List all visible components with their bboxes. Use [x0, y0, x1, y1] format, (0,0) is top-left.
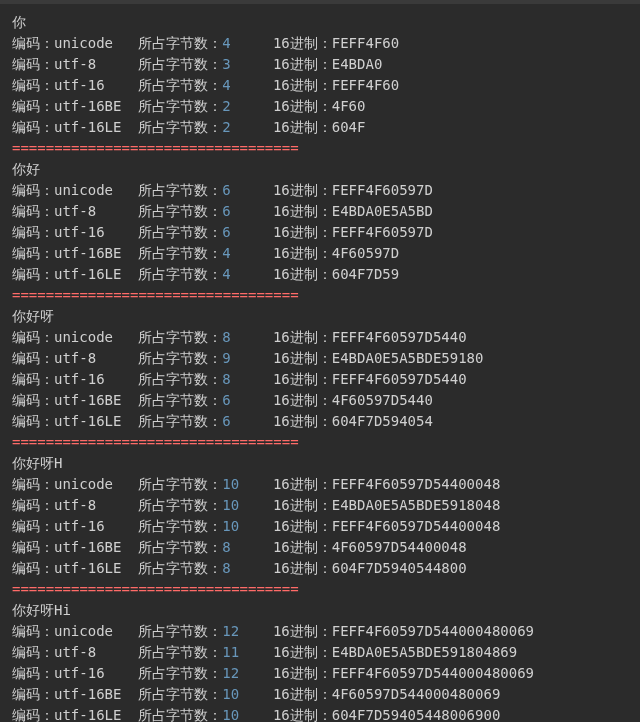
bytes-value: 3: [222, 56, 247, 72]
encoding-label: 编码：utf-16: [12, 371, 138, 387]
encoding-row: 编码：utf-16 所占字节数：10 16进制：FEFF4F60597D5440…: [12, 516, 628, 537]
bytes-value: 4: [222, 245, 247, 261]
hex-label: 16进制：: [273, 497, 332, 513]
encoding-label: 编码：unicode: [12, 623, 138, 639]
hex-label: 16进制：: [273, 35, 332, 51]
encoding-label: 编码：utf-8: [12, 203, 138, 219]
block-title: 你: [12, 12, 628, 33]
encoding-row: 编码：utf-16 所占字节数：12 16进制：FEFF4F60597D5440…: [12, 663, 628, 684]
hex-label: 16进制：: [273, 119, 332, 135]
encoding-row: 编码：unicode 所占字节数：8 16进制：FEFF4F60597D5440: [12, 327, 628, 348]
bytes-label: 所占字节数：: [138, 266, 222, 282]
hex-label: 16进制：: [273, 539, 332, 555]
encoding-block: 你编码：unicode 所占字节数：4 16进制：FEFF4F60编码：utf-…: [12, 12, 628, 159]
bytes-value: 4: [222, 266, 247, 282]
bytes-value: 4: [222, 77, 247, 93]
bytes-value: 6: [222, 413, 247, 429]
hex-value: 604F7D594054: [332, 413, 433, 429]
bytes-value: 12: [222, 623, 247, 639]
bytes-label: 所占字节数：: [138, 350, 222, 366]
bytes-label: 所占字节数：: [138, 539, 222, 555]
encoding-label: 编码：utf-16BE: [12, 686, 138, 702]
hex-value: E4BDA0E5A5BDE5918048: [332, 497, 501, 513]
encoding-row: 编码：utf-16LE 所占字节数：10 16进制：604F7D59405448…: [12, 705, 628, 722]
encoding-row: 编码：utf-8 所占字节数：3 16进制：E4BDA0: [12, 54, 628, 75]
encoding-row: 编码：utf-16BE 所占字节数：10 16进制：4F60597D544000…: [12, 684, 628, 705]
bytes-label: 所占字节数：: [138, 560, 222, 576]
separator-line: ==================================: [12, 138, 628, 159]
encoding-label: 编码：utf-16: [12, 665, 138, 681]
encoding-row: 编码：utf-16LE 所占字节数：4 16进制：604F7D59: [12, 264, 628, 285]
bytes-value: 9: [222, 350, 247, 366]
encoding-label: 编码：utf-8: [12, 56, 138, 72]
encoding-row: 编码：utf-16 所占字节数：4 16进制：FEFF4F60: [12, 75, 628, 96]
encoding-label: 编码：utf-16BE: [12, 539, 138, 555]
bytes-label: 所占字节数：: [138, 98, 222, 114]
bytes-label: 所占字节数：: [138, 119, 222, 135]
encoding-row: 编码：unicode 所占字节数：10 16进制：FEFF4F60597D544…: [12, 474, 628, 495]
bytes-value: 10: [222, 497, 247, 513]
bytes-label: 所占字节数：: [138, 56, 222, 72]
encoding-row: 编码：utf-16BE 所占字节数：6 16进制：4F60597D5440: [12, 390, 628, 411]
bytes-value: 8: [222, 539, 247, 555]
hex-label: 16进制：: [273, 476, 332, 492]
bytes-value: 6: [222, 182, 247, 198]
hex-value: E4BDA0E5A5BDE59180: [332, 350, 484, 366]
hex-label: 16进制：: [273, 392, 332, 408]
hex-value: 604F7D5940544800: [332, 560, 467, 576]
encoding-block: 你好呀Hi编码：unicode 所占字节数：12 16进制：FEFF4F6059…: [12, 600, 628, 722]
hex-label: 16进制：: [273, 623, 332, 639]
encoding-label: 编码：utf-16BE: [12, 392, 138, 408]
hex-value: FEFF4F60: [332, 35, 399, 51]
encoding-label: 编码：unicode: [12, 35, 138, 51]
hex-value: FEFF4F60597D: [332, 224, 433, 240]
terminal-output: 你编码：unicode 所占字节数：4 16进制：FEFF4F60编码：utf-…: [12, 12, 628, 722]
hex-label: 16进制：: [273, 350, 332, 366]
encoding-row: 编码：utf-8 所占字节数：6 16进制：E4BDA0E5A5BD: [12, 201, 628, 222]
bytes-label: 所占字节数：: [138, 413, 222, 429]
bytes-value: 4: [222, 35, 247, 51]
separator-line: ==================================: [12, 285, 628, 306]
bytes-value: 8: [222, 560, 247, 576]
encoding-label: 编码：utf-16BE: [12, 245, 138, 261]
hex-value: FEFF4F60597D544000480069: [332, 665, 534, 681]
hex-label: 16进制：: [273, 245, 332, 261]
hex-label: 16进制：: [273, 371, 332, 387]
hex-value: 4F60597D: [332, 245, 399, 261]
encoding-label: 编码：unicode: [12, 329, 138, 345]
encoding-label: 编码：utf-16: [12, 77, 138, 93]
encoding-row: 编码：utf-16BE 所占字节数：4 16进制：4F60597D: [12, 243, 628, 264]
bytes-label: 所占字节数：: [138, 686, 222, 702]
bytes-label: 所占字节数：: [138, 623, 222, 639]
hex-value: FEFF4F60597D5440: [332, 371, 467, 387]
encoding-row: 编码：utf-16LE 所占字节数：6 16进制：604F7D594054: [12, 411, 628, 432]
encoding-label: 编码：utf-16: [12, 518, 138, 534]
bytes-label: 所占字节数：: [138, 707, 222, 722]
hex-value: E4BDA0E5A5BD: [332, 203, 433, 219]
hex-value: 4F60597D5440: [332, 392, 433, 408]
bytes-value: 2: [222, 98, 247, 114]
encoding-row: 编码：utf-16BE 所占字节数：2 16进制：4F60: [12, 96, 628, 117]
separator-line: ==================================: [12, 579, 628, 600]
bytes-label: 所占字节数：: [138, 77, 222, 93]
hex-label: 16进制：: [273, 224, 332, 240]
hex-label: 16进制：: [273, 266, 332, 282]
hex-label: 16进制：: [273, 203, 332, 219]
encoding-label: 编码：unicode: [12, 476, 138, 492]
bytes-value: 2: [222, 119, 247, 135]
bytes-label: 所占字节数：: [138, 203, 222, 219]
encoding-label: 编码：unicode: [12, 182, 138, 198]
encoding-row: 编码：utf-16 所占字节数：6 16进制：FEFF4F60597D: [12, 222, 628, 243]
encoding-label: 编码：utf-8: [12, 644, 138, 660]
bytes-value: 6: [222, 224, 247, 240]
encoding-label: 编码：utf-16LE: [12, 707, 138, 722]
hex-value: FEFF4F60597D544000480069: [332, 623, 534, 639]
hex-value: FEFF4F60597D54400048: [332, 476, 501, 492]
bytes-value: 10: [222, 686, 247, 702]
bytes-label: 所占字节数：: [138, 35, 222, 51]
hex-value: FEFF4F60597D54400048: [332, 518, 501, 534]
block-title: 你好: [12, 159, 628, 180]
hex-value: E4BDA0E5A5BDE591804869: [332, 644, 517, 660]
encoding-label: 编码：utf-16LE: [12, 266, 138, 282]
bytes-value: 11: [222, 644, 247, 660]
